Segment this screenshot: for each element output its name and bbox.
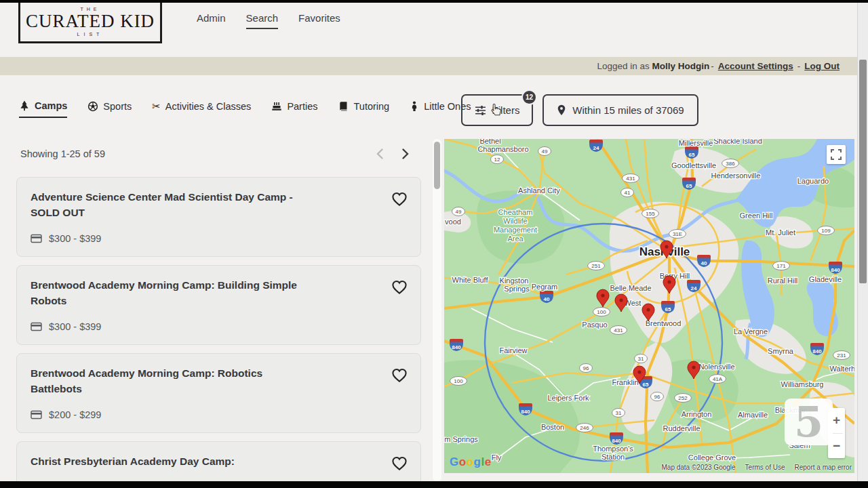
list-scrollbar-thumb[interactable] <box>434 142 440 189</box>
route-shield: 231 <box>833 351 850 360</box>
result-card[interactable]: Adventure Science Center Mad Scientist D… <box>16 177 421 257</box>
card-price-row: $300 - $399 <box>31 233 101 244</box>
map-place-label: Belle Meade <box>610 284 651 292</box>
svg-text:100: 100 <box>454 378 463 384</box>
page-scrollbar-thumb[interactable] <box>859 60 867 283</box>
svg-text:40: 40 <box>544 296 550 302</box>
svg-text:24: 24 <box>593 145 599 151</box>
cake-icon <box>271 101 282 112</box>
page-scrollbar[interactable] <box>857 3 868 481</box>
map-place-label: Bethel <box>479 139 500 145</box>
card-price-row: $300 - $399 <box>31 321 101 332</box>
prev-page-button[interactable] <box>374 147 387 161</box>
map-place-label: Green Hill <box>740 211 773 220</box>
logged-in-prefix: Logged in as <box>597 61 649 71</box>
map-place-label: Almaville <box>738 411 768 419</box>
report-map-error-link[interactable]: Report a map error <box>795 464 852 471</box>
map-place-label: White Bluff <box>452 276 489 284</box>
route-shield: 49 <box>452 207 465 216</box>
google-logo-letter: e <box>485 455 492 468</box>
fullscreen-icon <box>831 149 842 160</box>
route-shield: 96 <box>580 364 593 373</box>
app-window: THE CURATED KID LIST Admin Search Favori… <box>0 0 868 488</box>
svg-text:840: 840 <box>812 348 822 354</box>
svg-text:40: 40 <box>701 260 707 266</box>
map-place-label: Pegram <box>532 283 558 291</box>
route-shield: 12 <box>491 155 504 164</box>
logo-main-text: CURATED KID <box>26 12 155 30</box>
route-shield: 386 <box>722 159 739 168</box>
svg-text:96: 96 <box>583 365 589 371</box>
map-place-label: vood <box>445 218 461 226</box>
svg-text:840: 840 <box>831 267 840 273</box>
account-settings-link[interactable]: Account Settings <box>718 61 793 71</box>
results-count: Showing 1-25 of 59 <box>20 148 105 159</box>
card-price-row: $200 - $299 <box>31 409 101 420</box>
card-title: Brentwood Academy Morning Camp: Building… <box>31 277 302 309</box>
map-place-label: m Springs <box>444 435 478 443</box>
scissors-icon: ✂ <box>152 102 161 112</box>
log-out-link[interactable]: Log Out <box>804 61 840 71</box>
favorite-heart-icon[interactable] <box>391 190 408 207</box>
svg-text:65: 65 <box>689 152 695 158</box>
svg-text:65: 65 <box>643 382 649 388</box>
favorite-heart-icon[interactable] <box>391 367 408 383</box>
child-icon <box>410 101 419 112</box>
result-card[interactable]: Brentwood Academy Morning Camp: Robotics… <box>16 353 421 433</box>
logged-in-user: Molly Hodgin <box>652 61 710 71</box>
map-fullscreen-button[interactable] <box>827 145 846 164</box>
favorite-heart-icon[interactable] <box>391 455 408 471</box>
nav-item-search[interactable]: Search <box>246 12 279 29</box>
svg-text:840: 840 <box>612 438 621 444</box>
svg-text:12: 12 <box>494 157 500 163</box>
tab-sports[interactable]: Sports <box>87 101 132 117</box>
route-shield: 431 <box>623 174 639 183</box>
route-shield: 431 <box>610 326 627 335</box>
google-logo-letter: o <box>459 455 467 468</box>
map-place-label: Laguardo <box>797 177 829 185</box>
location-pin-icon <box>557 104 566 116</box>
route-shield: 109 <box>818 226 835 235</box>
svg-text:41A: 41A <box>713 376 723 382</box>
tab-activities[interactable]: ✂ Activities & Classes <box>152 101 251 117</box>
map-canvas[interactable]: 24 65 65 40 24 65 65 840 840 840 840 840… <box>444 139 854 473</box>
card-title: Christ Presbyterian Academy Day Camp: <box>31 453 302 469</box>
price-card-icon <box>31 322 42 331</box>
map-place-label: Walterhill <box>830 365 854 373</box>
svg-text:41: 41 <box>625 190 631 196</box>
sliders-icon <box>475 105 486 116</box>
map-place-label: Hendersonville <box>711 171 761 180</box>
letterbox-bar-top <box>0 0 868 3</box>
next-page-button[interactable] <box>398 147 412 161</box>
result-card[interactable]: Brentwood Academy Morning Camp: Building… <box>16 265 421 345</box>
tab-tutoring[interactable]: Tutoring <box>338 101 390 117</box>
nav-item-favorites[interactable]: Favorites <box>298 12 340 29</box>
favorite-heart-icon[interactable] <box>391 279 408 295</box>
terms-of-use-link[interactable]: Terms of Use <box>745 464 785 471</box>
price-card-icon <box>31 234 42 243</box>
svg-text:386: 386 <box>726 161 735 167</box>
letterbox-bar-bottom <box>0 481 868 488</box>
location-filter-button[interactable]: Within 15 miles of 37069 <box>542 94 698 126</box>
map-place-label: Williamsburg <box>781 380 824 388</box>
map-place-label: Nolensville <box>698 363 734 371</box>
nav-item-admin[interactable]: Admin <box>197 12 226 29</box>
tab-camps[interactable]: Camps <box>19 100 67 118</box>
map-place-label: Shackle Island <box>713 139 762 145</box>
site-logo[interactable]: THE CURATED KID LIST <box>18 0 162 43</box>
svg-text:171: 171 <box>776 263 786 269</box>
tab-parties[interactable]: Parties <box>271 101 317 117</box>
filters-button[interactable]: Filters 12 <box>461 94 533 126</box>
category-tabs: Camps Sports ✂ Activities & Classes Part… <box>19 95 471 123</box>
main-nav: Admin Search Favorites <box>197 12 340 29</box>
map-place-label: Station <box>601 453 625 461</box>
route-shield: 100 <box>593 308 610 317</box>
google-logo-letter: g <box>474 455 481 468</box>
map-place-label: Wildlife <box>503 217 527 225</box>
result-card[interactable]: Christ Presbyterian Academy Day Camp: <box>16 441 421 481</box>
route-shield: 252 <box>675 394 692 403</box>
map-place-label: Arrington <box>682 410 712 418</box>
tree-icon <box>19 100 30 111</box>
list-scrollbar[interactable] <box>433 139 441 481</box>
svg-text:252: 252 <box>678 395 688 401</box>
